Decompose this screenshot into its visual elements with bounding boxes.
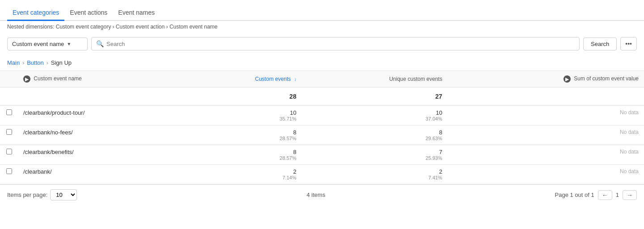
breadcrumb-item-1: Custom event category [56,24,111,30]
table-row: /clearbank/benefits/ 8 28.57% 7 25.93% N… [0,145,644,165]
breadcrumb-label: Nested dimensions: [7,24,54,30]
footer-pagination: Page 1 out of 1 ← 1 → [555,190,637,200]
row-name-cell: /clearbank/ [18,165,183,184]
tab-event-categories[interactable]: Event categories [7,5,64,21]
row-name-cell: /clearbank/benefits/ [18,145,183,165]
row-checkbox-cell[interactable] [0,145,18,165]
dimension-select-label: Custom event name [12,41,64,47]
col-unique-label: Unique custom events [389,76,442,82]
totals-checkbox-cell [0,87,18,106]
table-row: /clearbank/product-tour/ 10 35.71% 10 37… [0,106,644,125]
per-page-select[interactable]: 10 25 50 100 [50,189,77,200]
totals-events-cell: 28 [183,87,302,106]
table-row: /clearbank/no-fees/ 8 28.57% 8 29.63% No… [0,125,644,145]
col-sum-label: Sum of custom event value [574,75,639,82]
row-checkbox-cell[interactable] [0,125,18,145]
data-table: ▶ Custom event name Custom events ↓ Uniq… [0,71,644,184]
nav-sep-2: › [47,60,48,66]
search-button[interactable]: Search [583,37,617,50]
totals-unique-cell: 27 [302,87,448,106]
totals-sum-cell [448,87,644,106]
prev-page-button[interactable]: ← [598,190,612,200]
row-events-cell: 2 7.14% [183,165,302,184]
col-header-sum: ▶ Sum of custom event value [448,71,644,87]
tabs-bar: Event categories Event actions Event nam… [0,0,644,21]
select-all-header [0,71,18,87]
search-bar-row: Custom event name ▼ 🔍 Search ••• [0,33,644,55]
col-sum-info-icon: ▶ [564,75,571,83]
breadcrumb-item-2: Custom event action [116,24,165,30]
row-checkbox[interactable] [6,168,12,174]
search-input[interactable] [106,41,575,47]
row-sum-cell: No data [448,165,644,184]
row-events-cell: 10 35.71% [183,106,302,125]
more-options-button[interactable]: ••• [620,37,637,50]
col-events-label: Custom events [255,76,291,82]
row-name-cell: /clearbank/product-tour/ [18,106,183,125]
items-per-page-label: Items per page: [7,192,47,198]
nav-link-main[interactable]: Main [7,59,20,66]
dimension-select[interactable]: Custom event name ▼ [7,37,88,50]
row-events-cell: 8 28.57% [183,125,302,145]
breadcrumb-sep2: › [166,24,169,30]
items-per-page: Items per page: 10 25 50 100 [7,189,77,200]
row-checkbox-cell[interactable] [0,106,18,125]
row-checkbox[interactable] [6,149,12,154]
row-name-cell: /clearbank/no-fees/ [18,125,183,145]
row-unique-cell: 8 29.63% [302,125,448,145]
table-header-row: ▶ Custom event name Custom events ↓ Uniq… [0,71,644,87]
search-input-wrap: 🔍 [91,37,580,50]
tab-event-names[interactable]: Event names [113,5,160,21]
col-header-name: ▶ Custom event name [18,71,183,87]
nav-current: Sign Up [51,59,72,66]
table-totals-row: 28 27 [0,87,644,106]
row-sum-cell: No data [448,145,644,165]
col-header-unique: Unique custom events [302,71,448,87]
data-table-wrap: ▶ Custom event name Custom events ↓ Uniq… [0,71,644,184]
table-row: /clearbank/ 2 7.14% 2 7.41% No data [0,165,644,184]
breadcrumb: Nested dimensions: Custom event category… [0,21,644,33]
current-page-number: 1 [616,192,619,198]
row-sum-cell: No data [448,106,644,125]
col-name-label: Custom event name [34,75,81,82]
sort-arrow-icon: ↓ [294,77,297,82]
footer-total-items: 4 items [307,192,326,198]
breadcrumb-item-3: Custom event name [169,24,217,30]
col-name-info-icon: ▶ [23,75,30,83]
row-unique-cell: 2 7.41% [302,165,448,184]
row-checkbox[interactable] [6,129,12,135]
nav-path: Main › Button › Sign Up [0,55,644,71]
row-unique-cell: 10 37.04% [302,106,448,125]
col-header-events[interactable]: Custom events ↓ [183,71,302,87]
breadcrumb-sep: › [112,24,115,30]
next-page-button[interactable]: → [623,190,637,200]
tab-event-actions[interactable]: Event actions [64,5,113,21]
row-checkbox[interactable] [6,109,12,115]
totals-name-cell [18,87,183,106]
search-icon: 🔍 [96,40,104,47]
row-checkbox-cell[interactable] [0,165,18,184]
nav-link-button[interactable]: Button [27,59,44,66]
nav-sep-1: › [22,60,24,66]
row-unique-cell: 7 25.93% [302,145,448,165]
row-events-cell: 8 28.57% [183,145,302,165]
row-sum-cell: No data [448,125,644,145]
table-footer: Items per page: 10 25 50 100 4 items Pag… [0,184,644,205]
page-info: Page 1 out of 1 [555,192,594,198]
chevron-down-icon: ▼ [67,42,71,46]
